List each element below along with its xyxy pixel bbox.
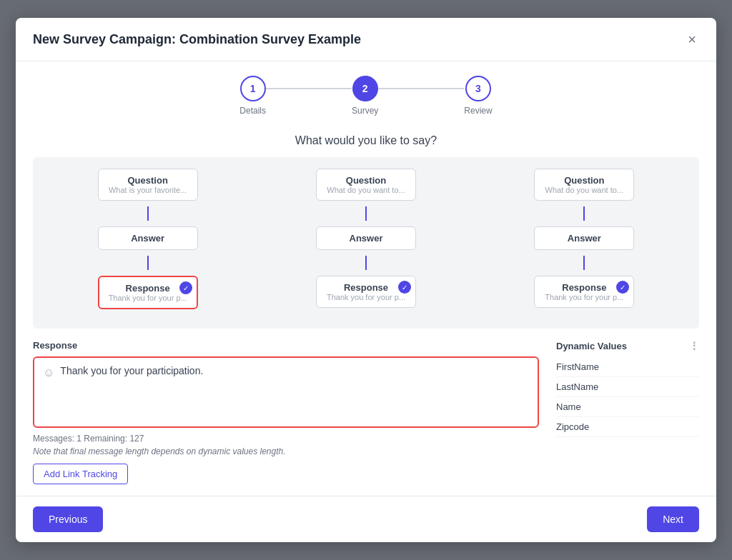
step-line-1 [266, 88, 352, 89]
modal-title: New Survey Campaign: Combination Survey … [33, 32, 361, 47]
answer-node-3[interactable]: Answer [534, 226, 634, 250]
dynamic-values-section: Dynamic Values ⋮ FirstName LastName Name… [556, 340, 699, 484]
response-node-3[interactable]: Response Thank you for your p... ✓ [534, 276, 634, 308]
step-line-2 [378, 88, 464, 89]
modal: New Survey Campaign: Combination Survey … [16, 18, 716, 542]
dynamic-item-firstname[interactable]: FirstName [556, 357, 699, 377]
flow-diagram: Question What is your favorite... Answer… [33, 157, 699, 329]
response-content: Thank you for your participation. [60, 365, 203, 376]
step-1-circle: 1 [240, 76, 266, 101]
connector-3a [583, 206, 585, 221]
question-node-2[interactable]: Question What do you want to... [316, 169, 416, 201]
messages-info: Messages: 1 Remaining: 127 [33, 434, 539, 444]
question-node-1[interactable]: Question What is your favorite... [98, 169, 198, 201]
step-2-circle: 2 [352, 76, 378, 101]
step-3-label: Review [464, 106, 492, 116]
flow-grid: Question What is your favorite... Answer… [44, 169, 688, 309]
response-node-1[interactable]: Response Thank you for your p... ✓ [98, 276, 198, 309]
smiley-icon: ☺ [43, 366, 54, 379]
modal-footer: Previous Next [16, 496, 716, 542]
step-2: 2 Survey [352, 76, 378, 116]
content-row: Response ☺ Thank you for your participat… [33, 340, 699, 484]
messages-note: Note that final message length depends o… [33, 446, 539, 456]
step-3: 3 Review [464, 76, 492, 116]
response-label: Response [33, 340, 539, 351]
dynamic-values-icon: ⋮ [689, 340, 699, 351]
answer-node-1[interactable]: Answer [98, 226, 198, 250]
flow-col-3: Question What do you want to... Answer R… [481, 169, 688, 309]
modal-body: What would you like to say? Question Wha… [16, 123, 716, 496]
step-2-label: Survey [352, 106, 378, 116]
dynamic-values-label: Dynamic Values ⋮ [556, 340, 699, 351]
section-title: What would you like to say? [33, 134, 699, 147]
response-badge-3: ✓ [616, 281, 629, 294]
modal-header: New Survey Campaign: Combination Survey … [16, 18, 716, 61]
dynamic-item-name[interactable]: Name [556, 397, 699, 417]
connector-2a [365, 206, 367, 221]
response-section: Response ☺ Thank you for your participat… [33, 340, 539, 484]
next-button[interactable]: Next [647, 506, 699, 532]
close-button[interactable]: × [685, 29, 699, 49]
flow-col-1: Question What is your favorite... Answer… [44, 169, 251, 309]
connector-1b [147, 256, 149, 270]
dynamic-item-zipcode[interactable]: Zipcode [556, 417, 699, 437]
add-link-tracking-button[interactable]: Add Link Tracking [33, 464, 128, 484]
previous-button[interactable]: Previous [33, 506, 103, 532]
answer-node-2[interactable]: Answer [316, 226, 416, 250]
dynamic-item-lastname[interactable]: LastName [556, 377, 699, 397]
step-1: 1 Details [239, 76, 266, 116]
modal-overlay: New Survey Campaign: Combination Survey … [0, 0, 732, 560]
stepper: 1 Details 2 Survey 3 Review [16, 61, 716, 123]
response-node-2[interactable]: Response Thank you for your p... ✓ [316, 276, 416, 308]
step-1-label: Details [239, 106, 266, 116]
question-node-3[interactable]: Question What do you want to... [534, 169, 634, 201]
connector-3b [583, 256, 585, 270]
response-textarea[interactable]: ☺ Thank you for your participation. [33, 356, 539, 428]
connector-1a [147, 206, 149, 221]
flow-col-2: Question What do you want to... Answer R… [262, 169, 469, 309]
response-badge-2: ✓ [398, 281, 411, 294]
step-3-circle: 3 [465, 76, 491, 101]
response-badge-1: ✓ [179, 281, 192, 294]
connector-2b [365, 256, 367, 270]
